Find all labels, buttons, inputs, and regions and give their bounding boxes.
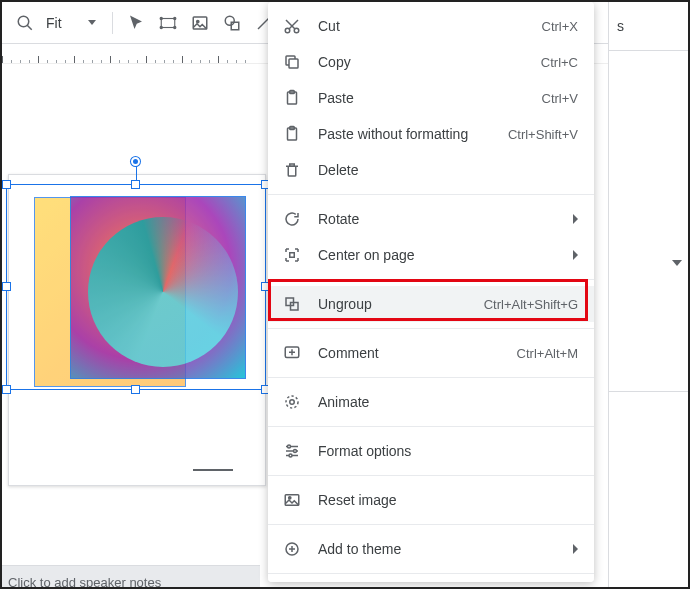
menu-add-to-theme[interactable]: Add to theme xyxy=(268,531,594,567)
menu-label: Rotate xyxy=(318,211,565,227)
svg-rect-21 xyxy=(290,253,295,258)
menu-label: Center on page xyxy=(318,247,565,263)
svg-line-1 xyxy=(27,25,32,30)
chevron-down-icon[interactable] xyxy=(672,260,682,266)
menu-cut[interactable]: Cut Ctrl+X xyxy=(268,8,594,44)
chevron-down-icon xyxy=(88,20,96,25)
selection-box[interactable] xyxy=(6,184,266,390)
image-tool[interactable] xyxy=(185,8,215,38)
svg-point-27 xyxy=(290,400,295,405)
menu-paste-no-format[interactable]: Paste without formatting Ctrl+Shift+V xyxy=(268,116,594,152)
speaker-notes-placeholder: Click to add speaker notes xyxy=(8,575,161,589)
rotate-line xyxy=(136,165,137,181)
context-menu: Cut Ctrl+X Copy Ctrl+C Paste Ctrl+V Past… xyxy=(268,2,594,582)
menu-label: Cut xyxy=(318,18,542,34)
svg-point-28 xyxy=(286,396,298,408)
animate-icon xyxy=(282,392,302,412)
format-icon xyxy=(282,441,302,461)
svg-point-3 xyxy=(160,17,162,19)
center-icon xyxy=(282,245,302,265)
menu-label: Comment xyxy=(318,345,517,361)
menu-ungroup[interactable]: Ungroup Ctrl+Alt+Shift+G xyxy=(268,286,594,322)
submenu-arrow-icon xyxy=(573,250,578,260)
menu-paste[interactable]: Paste Ctrl+V xyxy=(268,80,594,116)
speaker-notes[interactable]: Click to add speaker notes xyxy=(2,565,260,589)
resize-handle-tl[interactable] xyxy=(2,180,11,189)
menu-shortcut: Ctrl+C xyxy=(541,55,578,70)
menu-label: Delete xyxy=(318,162,578,178)
menu-center[interactable]: Center on page xyxy=(268,237,594,273)
menu-label: Paste without formatting xyxy=(318,126,508,142)
menu-reset-image[interactable]: Reset image xyxy=(268,482,594,518)
rotate-handle[interactable] xyxy=(131,157,140,166)
resize-handle-tc[interactable] xyxy=(131,180,140,189)
svg-point-8 xyxy=(196,20,198,22)
menu-shortcut: Ctrl+Alt+Shift+G xyxy=(484,297,578,312)
textbox-tool[interactable] xyxy=(153,8,183,38)
select-tool[interactable] xyxy=(121,8,151,38)
menu-rotate[interactable]: Rotate xyxy=(268,201,594,237)
menu-delete[interactable]: Delete xyxy=(268,152,594,188)
menu-animate[interactable]: Animate xyxy=(268,384,594,420)
svg-rect-16 xyxy=(289,59,298,68)
menu-save-to-keep[interactable]: Save to Keep xyxy=(268,580,594,582)
submenu-arrow-icon xyxy=(573,544,578,554)
menu-label: Paste xyxy=(318,90,542,106)
reset-image-icon xyxy=(282,490,302,510)
menu-shortcut: Ctrl+Alt+M xyxy=(517,346,578,361)
menu-shortcut: Ctrl+X xyxy=(542,19,578,34)
svg-point-4 xyxy=(173,17,175,19)
paste-icon xyxy=(282,88,302,108)
svg-rect-2 xyxy=(161,18,175,27)
theme-icon xyxy=(282,539,302,559)
trash-icon xyxy=(282,160,302,180)
menu-label: Reset image xyxy=(318,492,578,508)
title-placeholder xyxy=(193,469,233,471)
svg-point-6 xyxy=(173,26,175,28)
zoom-label: Fit xyxy=(42,15,66,31)
menu-shortcut: Ctrl+V xyxy=(542,91,578,106)
paste-icon xyxy=(282,124,302,144)
resize-handle-ml[interactable] xyxy=(2,282,11,291)
svg-rect-10 xyxy=(231,22,239,30)
menu-comment[interactable]: Comment Ctrl+Alt+M xyxy=(268,335,594,371)
resize-handle-bl[interactable] xyxy=(2,385,11,394)
svg-point-33 xyxy=(294,450,297,453)
menu-label: Format options xyxy=(318,443,578,459)
svg-point-34 xyxy=(289,454,292,457)
menu-label: Animate xyxy=(318,394,578,410)
svg-point-5 xyxy=(160,26,162,28)
submenu-arrow-icon xyxy=(573,214,578,224)
comment-icon xyxy=(282,343,302,363)
zoom-icon[interactable] xyxy=(10,8,40,38)
cut-icon xyxy=(282,16,302,36)
zoom-dropdown[interactable]: Fit xyxy=(42,15,96,31)
panel-label: s xyxy=(609,2,688,50)
menu-copy[interactable]: Copy Ctrl+C xyxy=(268,44,594,80)
menu-format-options[interactable]: Format options xyxy=(268,433,594,469)
svg-point-9 xyxy=(225,16,234,25)
menu-shortcut: Ctrl+Shift+V xyxy=(508,127,578,142)
right-panel: s xyxy=(608,2,688,587)
resize-handle-bc[interactable] xyxy=(131,385,140,394)
rotate-icon xyxy=(282,209,302,229)
menu-label: Copy xyxy=(318,54,541,70)
shape-tool[interactable] xyxy=(217,8,247,38)
svg-point-32 xyxy=(288,445,291,448)
svg-point-36 xyxy=(289,497,291,499)
svg-point-0 xyxy=(18,16,29,27)
menu-label: Add to theme xyxy=(318,541,565,557)
ungroup-icon xyxy=(282,294,302,314)
copy-icon xyxy=(282,52,302,72)
menu-label: Ungroup xyxy=(318,296,484,312)
